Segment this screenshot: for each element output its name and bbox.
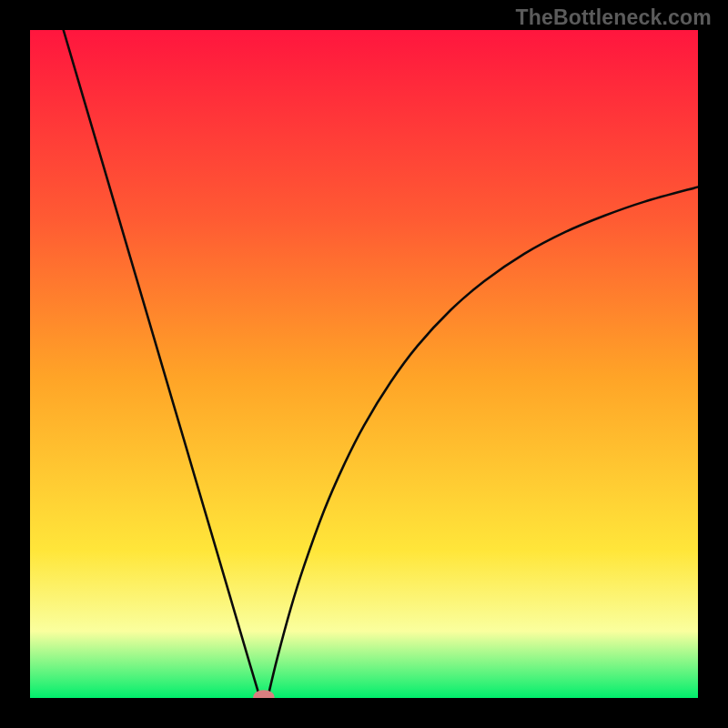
gradient-background: [30, 30, 698, 698]
attribution-watermark: TheBottleneck.com: [515, 5, 712, 30]
chart-stage: TheBottleneck.com: [0, 0, 728, 728]
plot-area: [30, 30, 698, 698]
chart-svg: [30, 30, 698, 698]
